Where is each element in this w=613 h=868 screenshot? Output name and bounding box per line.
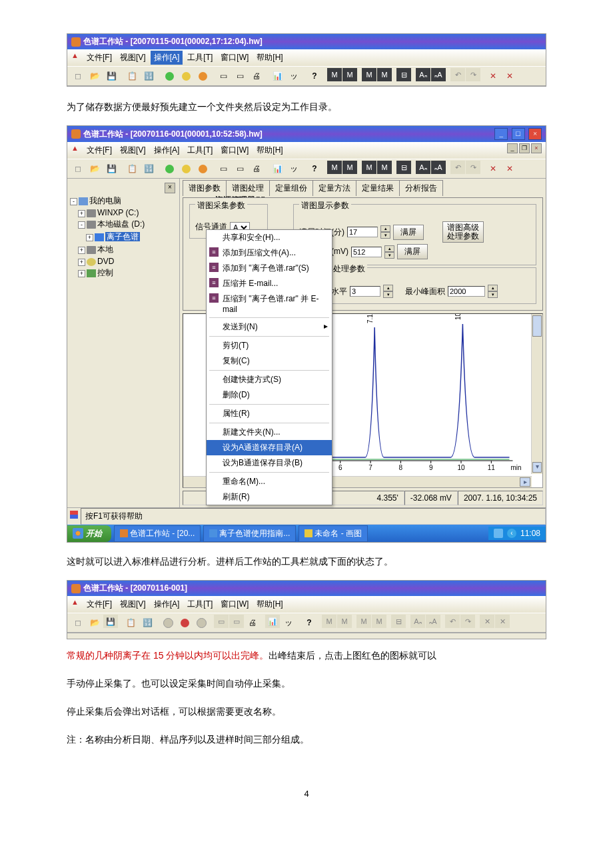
dot-orange[interactable] bbox=[195, 68, 211, 84]
tool-t2[interactable]: 🔢 bbox=[141, 68, 157, 84]
context-item[interactable]: 共享和安全(H)... bbox=[207, 230, 332, 245]
tree-ctrl[interactable]: +控制 bbox=[70, 267, 177, 279]
save-icon[interactable]: 💾 bbox=[103, 68, 119, 84]
titlebar-b[interactable]: 色谱工作站 - [20070116-001(00001,10:52:58).hw… bbox=[67, 126, 546, 142]
context-item[interactable]: 创建快捷方式(S) bbox=[207, 372, 332, 387]
tool-t1[interactable]: 📋 bbox=[123, 615, 139, 631]
btn-full2[interactable]: 满屏 bbox=[397, 244, 428, 259]
tree-root[interactable]: -我的电脑 bbox=[70, 195, 177, 207]
tab-1[interactable]: 谱图处理 bbox=[226, 180, 270, 196]
tool-t1[interactable]: 📋 bbox=[124, 161, 140, 177]
tray-arrow-icon[interactable]: ‹ bbox=[507, 529, 516, 538]
context-item[interactable]: 删除(D) bbox=[207, 387, 332, 403]
menu-op[interactable]: 操作[A] bbox=[151, 597, 183, 611]
tab-2[interactable]: 定量组份 bbox=[269, 180, 313, 196]
tree-local[interactable]: +本地 bbox=[70, 243, 177, 256]
dot-orange[interactable] bbox=[195, 161, 211, 177]
context-item[interactable]: ≡添加到 "离子色谱.rar"(S) bbox=[207, 261, 332, 276]
tool-w1[interactable]: ▭ bbox=[215, 68, 231, 84]
tool-d3[interactable]: M bbox=[362, 161, 376, 174]
open-icon[interactable]: 📂 bbox=[87, 161, 103, 177]
tool-d4[interactable]: M bbox=[377, 68, 392, 81]
tool-d5[interactable]: ⊟ bbox=[396, 161, 411, 174]
print-icon[interactable]: 🖨 bbox=[249, 161, 265, 177]
new-icon[interactable]: ◻ bbox=[70, 68, 86, 84]
mdi-max[interactable]: ❐ bbox=[519, 143, 530, 153]
tab-0[interactable]: 谱图参数 bbox=[183, 180, 227, 196]
tool-t2[interactable]: 🔢 bbox=[139, 615, 155, 631]
save-icon[interactable]: 💾 bbox=[103, 161, 119, 177]
spinner[interactable]: ▴▾ bbox=[488, 285, 498, 298]
menu-file[interactable]: 文件[F] bbox=[83, 143, 115, 157]
redo-icon[interactable]: ↷ bbox=[466, 161, 480, 174]
tab-4[interactable]: 定量结果 bbox=[356, 180, 400, 196]
tool-p2[interactable]: ✕ bbox=[502, 161, 518, 177]
menu-view[interactable]: 视图[V] bbox=[117, 143, 149, 157]
menu-op[interactable]: 操作[A] bbox=[151, 143, 183, 157]
tool-w2[interactable]: ▭ bbox=[232, 161, 248, 177]
menu-tool[interactable]: 工具[T] bbox=[184, 597, 216, 611]
tree-close-icon[interactable]: × bbox=[165, 183, 175, 193]
task-3[interactable]: 未命名 - 画图 bbox=[299, 525, 368, 542]
tool-c2[interactable]: ッ bbox=[286, 68, 302, 84]
tool-d1[interactable]: M bbox=[327, 68, 342, 81]
tool-d7[interactable]: ₙA bbox=[431, 68, 446, 81]
titlebar-c[interactable]: 色谱工作站 - [20070116-001] bbox=[67, 581, 546, 596]
context-item[interactable]: 属性(R) bbox=[207, 406, 332, 421]
tool-t2[interactable]: 🔢 bbox=[141, 161, 157, 177]
context-item[interactable]: 复制(C) bbox=[207, 353, 332, 369]
context-item[interactable]: 重命名(M)... bbox=[207, 474, 332, 489]
new-icon[interactable]: ◻ bbox=[70, 161, 86, 177]
print-icon[interactable]: 🖨 bbox=[245, 615, 261, 631]
spinner[interactable]: ▴▾ bbox=[380, 225, 390, 239]
tool-c1[interactable]: 📊 bbox=[269, 68, 285, 84]
undo-icon[interactable]: ↶ bbox=[450, 68, 465, 81]
tool-p2[interactable]: ✕ bbox=[502, 68, 518, 84]
menu-help[interactable]: 帮助[H] bbox=[253, 51, 286, 65]
spinner[interactable]: ▴▾ bbox=[384, 245, 394, 259]
menu-file[interactable]: 文件[F] bbox=[83, 51, 115, 65]
dot-yellow[interactable] bbox=[178, 68, 194, 84]
context-item[interactable]: 刷新(R) bbox=[207, 489, 332, 505]
btn-full1[interactable]: 满屏 bbox=[393, 225, 424, 240]
tree-dvd[interactable]: +DVD bbox=[70, 256, 177, 267]
context-item[interactable]: ≡添加到压缩文件(A)... bbox=[207, 245, 332, 261]
input-minarea[interactable] bbox=[448, 286, 485, 297]
input-fulltime[interactable] bbox=[347, 227, 378, 237]
context-item[interactable]: ≡压缩到 "离子色谱.rar" 并 E-mail bbox=[207, 291, 332, 316]
tray-icon[interactable] bbox=[494, 529, 503, 538]
tab-3[interactable]: 定量方法 bbox=[312, 180, 356, 196]
context-item[interactable]: 设为B通道保存目录(B) bbox=[207, 455, 332, 471]
tool-p1[interactable]: ✕ bbox=[485, 68, 501, 84]
menu-tool[interactable]: 工具[T] bbox=[184, 51, 216, 65]
menu-help[interactable]: 帮助[H] bbox=[253, 143, 286, 157]
context-item[interactable]: ≡压缩并 E-mail... bbox=[207, 276, 332, 291]
start-button[interactable]: 开始 bbox=[67, 525, 111, 542]
tool-d7[interactable]: ₙA bbox=[431, 161, 446, 174]
tool-d3[interactable]: M bbox=[362, 68, 376, 81]
mdi-min[interactable]: _ bbox=[507, 143, 518, 153]
context-item[interactable]: 设为A通道保存目录(A) bbox=[207, 440, 332, 455]
menu-file[interactable]: 文件[F] bbox=[83, 597, 115, 611]
tool-c2[interactable]: ッ bbox=[281, 615, 297, 631]
print-icon[interactable]: 🖨 bbox=[249, 68, 265, 84]
btn-adv[interactable]: 谱图高级 处理参数 bbox=[442, 221, 484, 243]
maximize-button[interactable]: □ bbox=[512, 128, 525, 140]
menu-win[interactable]: 窗口[W] bbox=[217, 51, 252, 65]
redo-icon[interactable]: ↷ bbox=[466, 68, 480, 81]
tool-d1[interactable]: M bbox=[327, 161, 342, 174]
spinner[interactable]: ▴▾ bbox=[383, 285, 393, 298]
menu-tool[interactable]: 工具[T] bbox=[184, 143, 216, 157]
dot-green[interactable] bbox=[161, 68, 177, 84]
tree-d[interactable]: -本地磁盘 (D:) bbox=[70, 218, 177, 231]
tool-c2[interactable]: ッ bbox=[286, 161, 302, 177]
scrollbar-v[interactable]: ▾ bbox=[531, 314, 542, 474]
input-fullrange[interactable] bbox=[351, 247, 382, 257]
input-peakw[interactable] bbox=[350, 286, 380, 297]
menu-win[interactable]: 窗口[W] bbox=[217, 143, 252, 157]
mdi-close[interactable]: × bbox=[531, 143, 542, 153]
task-1[interactable]: 色谱工作站 - [20... bbox=[114, 525, 201, 542]
tool-w1[interactable]: ▭ bbox=[215, 161, 231, 177]
tool-d4[interactable]: M bbox=[377, 161, 392, 174]
context-item[interactable]: 新建文件夹(N)... bbox=[207, 425, 332, 440]
